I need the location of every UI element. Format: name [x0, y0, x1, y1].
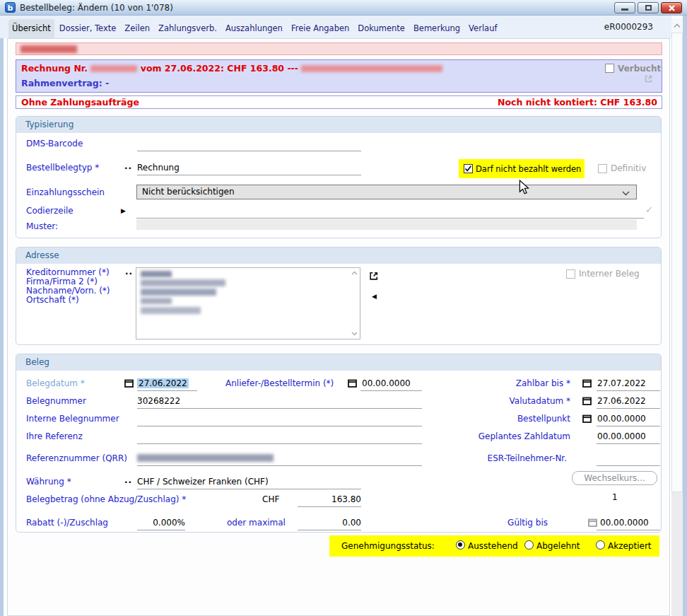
codierzeile-label: Codierzeile — [26, 206, 74, 216]
ihre-referenz-field[interactable] — [137, 443, 422, 444]
anliefer-field[interactable] — [360, 390, 422, 391]
currency-code: CHF — [262, 494, 279, 504]
darf-nicht-bezahlt-checkbox[interactable] — [464, 164, 473, 173]
bestellpunkt-field[interactable] — [597, 426, 660, 426]
tab-verlauf[interactable]: Verlauf — [465, 19, 500, 38]
radio-ausstehend-label: Ausstehend — [468, 541, 518, 551]
minimize-button[interactable] — [614, 2, 635, 13]
belegbetrag-label: Belegbetrag (ohne Abzug/Zuschlag) * — [26, 494, 186, 504]
ortschaft-label: Ortschaft (*) — [26, 295, 79, 305]
zahlbar-field[interactable] — [597, 390, 660, 391]
invoice-summary: Rechnung Nr. vom 27.06.2022: CHF 163.80 … — [21, 63, 442, 74]
anliefer-value[interactable]: 00.00.0000 — [362, 378, 411, 388]
rabatt-value[interactable]: 0.000% — [137, 518, 185, 528]
nachname-label: Nachname/Vorn. (*) — [26, 286, 110, 296]
calendar-icon[interactable] — [124, 378, 134, 388]
address-textarea[interactable] — [136, 267, 360, 339]
tab-zahlungsverb[interactable]: Zahlungsverb. — [155, 19, 221, 38]
wechselkurs-button[interactable]: Wechselkurs... — [572, 471, 657, 485]
maximal-field[interactable] — [298, 530, 361, 530]
dms-barcode-field[interactable] — [137, 151, 361, 151]
belegnummer-value[interactable]: 30268222 — [137, 396, 180, 406]
belegnummer-label: Belegnummer — [26, 396, 86, 406]
open-address-icon[interactable] — [369, 271, 379, 281]
lookup-dots[interactable]: .. — [125, 267, 133, 277]
tab-strip: Übersicht Dossier, Texte Zeilen Zahlungs… — [0, 16, 671, 38]
einzahlungsschein-select[interactable]: Nicht berücksichtigen — [136, 185, 637, 199]
rabatt-field[interactable] — [137, 530, 185, 530]
betrag-field[interactable] — [298, 506, 361, 507]
anliefer-label: Anliefer-/Bestelltermin (*) — [225, 378, 334, 388]
bestellbelegtyp-value[interactable]: Rechnung — [137, 163, 180, 173]
valutadatum-value[interactable]: 27.06.2022 — [597, 396, 646, 406]
radio-abgelehnt[interactable] — [524, 540, 534, 550]
tab-bemerkung[interactable]: Bemerkung — [410, 19, 464, 38]
close-button[interactable] — [661, 2, 682, 13]
redacted-address-line — [141, 271, 172, 277]
redacted-address-line — [141, 289, 216, 296]
tab-zeilen[interactable]: Zeilen — [121, 19, 153, 38]
belegdatum-value[interactable]: 27.06.2022 — [137, 378, 189, 388]
scroll-down-icon[interactable] — [351, 332, 358, 336]
calendar-icon-disabled — [588, 518, 597, 527]
interner-beleg-label: Interner Beleg — [579, 269, 640, 279]
kurs-value: 1 — [612, 492, 618, 502]
muster-field — [136, 219, 637, 230]
zahlbar-value[interactable]: 27.07.2022 — [597, 378, 646, 388]
oder-maximal-label: oder maximal — [227, 518, 286, 528]
invoice-info-box: Rechnung Nr. vom 27.06.2022: CHF 163.80 … — [16, 59, 662, 93]
maximize-icon — [645, 5, 652, 11]
bestellbelegtyp-field[interactable] — [137, 175, 361, 175]
definitiv-checkbox — [598, 164, 607, 173]
valutadatum-field[interactable] — [597, 408, 660, 409]
muster-label: Muster: — [26, 221, 58, 231]
window-title: Bestellbeleg: Ändern (10 von 1'078) — [20, 3, 173, 13]
geplantes-zahldatum-value: 00.00.0000 — [597, 431, 646, 441]
belegdatum-field[interactable] — [137, 390, 197, 391]
tab-freie-angaben[interactable]: Freie Angaben — [288, 19, 353, 38]
referenznummer-field[interactable] — [137, 465, 422, 466]
approval-label: Genehmigungsstatus: — [341, 541, 435, 551]
scrollbar-up-icon[interactable] — [674, 23, 681, 28]
waehrung-field[interactable] — [137, 489, 361, 489]
esr-field[interactable] — [597, 465, 660, 466]
tab-uebersicht[interactable]: Übersicht — [8, 19, 54, 38]
betrag-value[interactable]: 163.80 — [298, 494, 361, 504]
rahmenvertrag-text: Rahmenvertrag: - — [21, 78, 109, 88]
validate-check-icon: ✓ — [645, 204, 653, 215]
redacted-address-line — [141, 298, 172, 304]
invoice-summary-middle: vom 27.06.2022: CHF 163.80 --- — [141, 63, 298, 74]
calendar-icon[interactable] — [348, 378, 357, 388]
open-external-icon[interactable] — [644, 74, 653, 83]
tab-auszahlungen[interactable]: Auszahlungen — [222, 19, 286, 38]
codierzeile-field[interactable] — [136, 218, 644, 219]
darf-nicht-bezahlt-label: Darf nicht bezahlt werden — [476, 164, 581, 174]
verbucht-checkbox[interactable] — [605, 64, 614, 73]
tab-dokumente[interactable]: Dokumente — [354, 19, 409, 38]
redacted-vendor-name — [301, 65, 442, 72]
zahlbar-label: Zahlbar bis * — [516, 378, 570, 388]
mouse-cursor — [519, 180, 530, 195]
lookup-dots[interactable]: .. — [124, 475, 132, 485]
belegnummer-field[interactable] — [137, 408, 422, 409]
radio-ausstehend[interactable] — [456, 540, 465, 550]
bestellpunkt-value[interactable]: 00.00.0000 — [597, 414, 646, 424]
maximize-button[interactable] — [638, 2, 659, 13]
tab-dossier-texte[interactable]: Dossier, Texte — [56, 19, 120, 38]
lookup-dots[interactable]: .. — [124, 161, 132, 171]
arrow-right-icon[interactable]: ▶ — [121, 207, 126, 214]
chevron-down-icon — [622, 191, 630, 196]
arrow-left-icon[interactable]: ◀ — [372, 293, 377, 300]
calendar-icon[interactable] — [582, 396, 592, 405]
valutadatum-label: Valutadatum * — [510, 396, 570, 406]
redacted-referenznummer — [137, 454, 274, 462]
maximal-value[interactable]: 0.00 — [298, 518, 361, 528]
calendar-icon[interactable] — [582, 378, 592, 388]
radio-akzeptiert-label: Akzeptiert — [608, 541, 652, 551]
waehrung-value[interactable]: CHF / Schweizer Franken (CHF) — [137, 477, 269, 487]
radio-akzeptiert[interactable] — [596, 540, 605, 550]
interne-belegnummer-field[interactable] — [137, 426, 422, 426]
calendar-icon[interactable] — [582, 414, 592, 423]
scroll-up-icon[interactable] — [351, 271, 358, 275]
scrollbar-thumb[interactable] — [671, 33, 683, 492]
